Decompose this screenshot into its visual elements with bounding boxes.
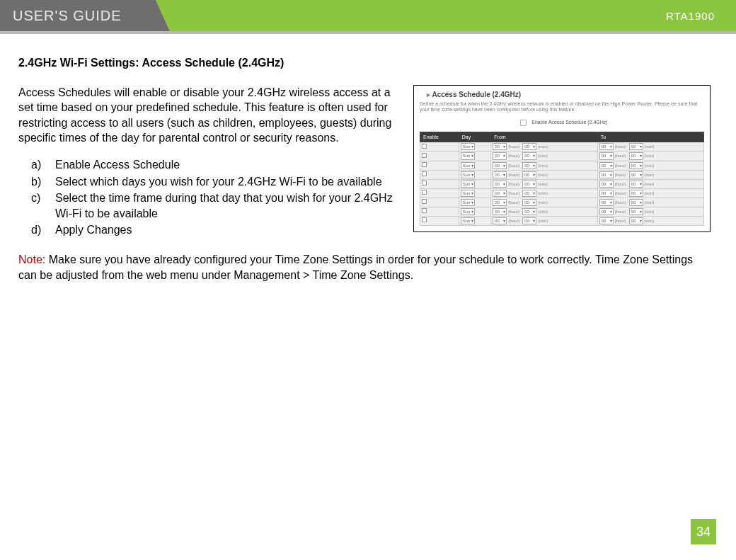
row-enable-checkbox[interactable] — [422, 171, 427, 176]
from-hour-select[interactable]: 00 — [493, 199, 507, 206]
to-hour-select[interactable]: 00 — [599, 190, 614, 197]
table-row: Sun00(hour) 00(min)00(hour) 00(min) — [420, 217, 704, 226]
row-enable-checkbox[interactable] — [422, 208, 427, 213]
hour-label: (hour) — [615, 164, 626, 168]
to-min-select[interactable]: 00 — [629, 162, 643, 169]
table-row: Sun00(hour) 00(min)00(hour) 00(min) — [420, 142, 704, 152]
row-enable-checkbox[interactable] — [422, 181, 427, 185]
from-min-select[interactable]: 00 — [522, 199, 536, 206]
to-min-select[interactable]: 00 — [629, 143, 643, 150]
note-text: Make sure you have already configured yo… — [18, 253, 693, 281]
min-label: (min) — [645, 200, 655, 205]
day-select[interactable]: Sun — [461, 190, 476, 197]
from-hour-select[interactable]: 00 — [493, 152, 507, 159]
step-item: b)Select which days you wish for your 2.… — [31, 174, 399, 190]
hour-label: (hour) — [615, 182, 626, 186]
from-hour-select[interactable]: 00 — [493, 190, 507, 197]
hour-label: (hour) — [508, 200, 519, 205]
row-enable-checkbox[interactable] — [422, 217, 427, 222]
table-row: Sun00(hour) 00(min)00(hour) 00(min) — [420, 152, 704, 161]
step-letter: c) — [31, 190, 42, 221]
col-enable: Enable — [420, 132, 459, 142]
min-label: (min) — [538, 154, 548, 158]
hour-label: (hour) — [508, 144, 519, 149]
to-hour-select[interactable]: 00 — [599, 217, 614, 224]
to-min-select[interactable]: 00 — [629, 208, 643, 215]
hour-label: (hour) — [508, 173, 519, 177]
day-select[interactable]: Sun — [461, 217, 476, 224]
to-hour-select[interactable]: 00 — [599, 199, 614, 206]
step-text: Apply Changes — [55, 222, 132, 238]
min-label: (min) — [645, 219, 655, 223]
day-select[interactable]: Sun — [461, 208, 476, 215]
day-select[interactable]: Sun — [461, 162, 476, 169]
step-letter: a) — [31, 157, 42, 173]
hour-label: (hour) — [508, 164, 519, 168]
step-letter: b) — [31, 174, 42, 190]
to-min-select[interactable]: 00 — [629, 217, 643, 224]
to-min-select[interactable]: 00 — [629, 181, 643, 188]
from-min-select[interactable]: 00 — [522, 152, 536, 159]
day-select[interactable]: Sun — [461, 143, 476, 150]
min-label: (min) — [645, 191, 655, 195]
from-min-select[interactable]: 00 — [522, 162, 536, 169]
step-letter: d) — [31, 222, 42, 238]
to-hour-select[interactable]: 00 — [599, 208, 614, 215]
min-label: (min) — [538, 182, 548, 186]
to-min-select[interactable]: 00 — [629, 152, 643, 159]
banner-left-title: USER'S GUIDE — [0, 0, 170, 31]
from-hour-select[interactable]: 00 — [493, 162, 507, 169]
to-hour-select[interactable]: 00 — [599, 162, 614, 169]
min-label: (min) — [645, 210, 655, 214]
note-paragraph: Note: Make sure you have already configu… — [18, 252, 711, 282]
banner-right: RTA1900 — [170, 0, 736, 31]
from-min-select[interactable]: 00 — [522, 217, 536, 224]
min-label: (min) — [538, 144, 548, 149]
from-hour-select[interactable]: 00 — [493, 171, 507, 178]
row-enable-checkbox[interactable] — [422, 153, 427, 158]
from-min-select[interactable]: 00 — [522, 171, 536, 178]
day-select[interactable]: Sun — [461, 152, 476, 159]
table-row: Sun00(hour) 00(min)00(hour) 00(min) — [420, 198, 704, 207]
enable-checkbox[interactable] — [520, 120, 527, 126]
min-label: (min) — [538, 164, 548, 168]
from-min-select[interactable]: 00 — [522, 143, 536, 150]
from-hour-select[interactable]: 00 — [493, 143, 507, 150]
step-text: Enable Access Schedule — [55, 157, 180, 173]
model-number: RTA1900 — [666, 10, 715, 22]
hour-label: (hour) — [615, 200, 626, 205]
hour-label: (hour) — [615, 219, 626, 223]
header-banner: USER'S GUIDE RTA1900 — [0, 0, 736, 34]
to-min-select[interactable]: 00 — [629, 199, 643, 206]
from-min-select[interactable]: 00 — [522, 181, 536, 188]
from-min-select[interactable]: 00 — [522, 208, 536, 215]
min-label: (min) — [538, 200, 548, 205]
step-text: Select which days you wish for your 2.4G… — [55, 174, 382, 190]
day-select[interactable]: Sun — [461, 199, 476, 206]
min-label: (min) — [645, 154, 655, 158]
from-min-select[interactable]: 00 — [522, 190, 536, 197]
day-select[interactable]: Sun — [461, 181, 476, 188]
to-hour-select[interactable]: 00 — [599, 171, 614, 178]
hour-label: (hour) — [615, 154, 626, 158]
to-hour-select[interactable]: 00 — [599, 181, 614, 188]
row-enable-checkbox[interactable] — [422, 162, 427, 167]
hour-label: (hour) — [508, 154, 519, 158]
row-enable-checkbox[interactable] — [422, 144, 427, 149]
hour-label: (hour) — [615, 144, 626, 149]
row-enable-checkbox[interactable] — [422, 199, 427, 204]
min-label: (min) — [538, 173, 548, 177]
from-hour-select[interactable]: 00 — [493, 181, 507, 188]
to-hour-select[interactable]: 00 — [599, 152, 614, 159]
row-enable-checkbox[interactable] — [422, 190, 427, 195]
col-day: Day — [459, 132, 491, 142]
section-title: 2.4GHz Wi-Fi Settings: Access Schedule (… — [18, 55, 711, 71]
from-hour-select[interactable]: 00 — [493, 208, 507, 215]
to-min-select[interactable]: 00 — [629, 171, 643, 178]
from-hour-select[interactable]: 00 — [493, 217, 507, 224]
col-to: To — [597, 132, 703, 142]
note-label: Note: — [18, 253, 45, 265]
day-select[interactable]: Sun — [461, 171, 476, 178]
to-min-select[interactable]: 00 — [629, 190, 643, 197]
to-hour-select[interactable]: 00 — [599, 143, 614, 150]
